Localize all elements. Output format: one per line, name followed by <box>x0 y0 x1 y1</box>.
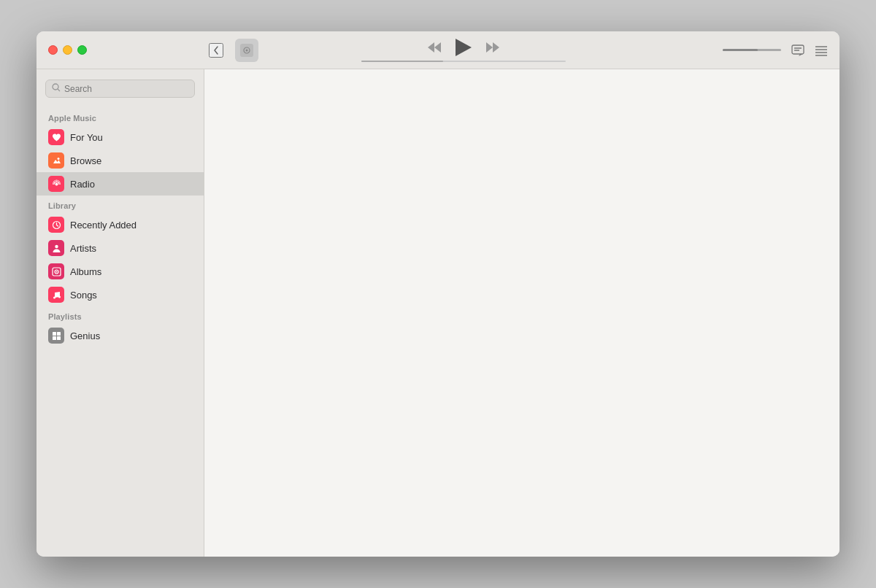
sidebar-item-albums[interactable]: Albums <box>36 260 204 283</box>
songs-icon <box>48 287 64 303</box>
svg-rect-26 <box>53 332 56 336</box>
genius-icon <box>48 328 64 344</box>
svg-rect-8 <box>792 45 804 54</box>
sidebar: Apple Music For You Browse <box>36 69 204 557</box>
sidebar-item-radio[interactable]: Radio <box>36 172 204 196</box>
svg-point-24 <box>53 296 55 298</box>
svg-rect-28 <box>53 336 56 340</box>
browse-icon <box>48 152 64 169</box>
svg-point-20 <box>55 244 58 247</box>
songs-label: Songs <box>70 290 97 301</box>
traffic-lights <box>36 45 204 55</box>
for-you-label: For You <box>70 132 103 143</box>
sidebar-item-browse[interactable]: Browse <box>36 149 204 172</box>
artists-label: Artists <box>70 243 96 254</box>
svg-marker-3 <box>428 42 434 53</box>
genius-label: Genius <box>70 330 100 341</box>
transport-section <box>204 39 723 62</box>
svg-marker-5 <box>456 39 472 56</box>
main-content <box>204 69 840 557</box>
svg-point-17 <box>57 158 59 160</box>
sidebar-item-songs[interactable]: Songs <box>36 283 204 306</box>
svg-rect-27 <box>57 332 61 336</box>
lyrics-button[interactable] <box>791 45 804 56</box>
search-input[interactable] <box>64 84 188 94</box>
svg-marker-6 <box>486 42 493 53</box>
close-button[interactable] <box>48 45 58 55</box>
search-icon <box>52 83 61 94</box>
content-area: Apple Music For You Browse <box>36 69 840 557</box>
radio-icon <box>48 176 64 192</box>
radio-label: Radio <box>70 179 95 190</box>
recently-added-icon <box>48 217 64 233</box>
albums-icon <box>48 263 64 279</box>
toolbar-left <box>36 39 204 62</box>
svg-line-16 <box>58 89 60 91</box>
svg-point-18 <box>55 182 58 185</box>
minimize-button[interactable] <box>63 45 72 55</box>
albums-label: Albums <box>70 266 101 277</box>
section-header-library: Library <box>36 196 204 213</box>
volume-fill <box>723 49 758 51</box>
sidebar-item-artists[interactable]: Artists <box>36 236 204 260</box>
svg-marker-7 <box>493 42 499 53</box>
app-window: Apple Music For You Browse <box>36 31 840 557</box>
artists-icon <box>48 240 64 256</box>
svg-point-23 <box>55 271 57 272</box>
sidebar-item-for-you[interactable]: For You <box>36 125 204 149</box>
play-button[interactable] <box>456 39 472 56</box>
browse-label: Browse <box>70 155 101 166</box>
progress-bar[interactable] <box>361 61 566 62</box>
search-box <box>45 80 195 98</box>
forward-button[interactable] <box>486 42 499 53</box>
transport-controls <box>428 39 499 56</box>
sidebar-item-recently-added[interactable]: Recently Added <box>36 213 204 236</box>
sidebar-item-genius[interactable]: Genius <box>36 324 204 347</box>
maximize-button[interactable] <box>77 45 87 55</box>
for-you-icon <box>48 129 64 145</box>
list-view-button[interactable] <box>815 45 828 56</box>
svg-rect-29 <box>57 336 61 340</box>
section-header-apple-music: Apple Music <box>36 108 204 125</box>
toolbar <box>36 31 840 69</box>
rewind-button[interactable] <box>428 42 441 53</box>
svg-point-25 <box>58 295 61 298</box>
volume-slider[interactable] <box>723 49 781 51</box>
progress-fill <box>361 61 443 62</box>
section-header-playlists: Playlists <box>36 306 204 324</box>
svg-marker-4 <box>434 42 441 53</box>
svg-point-15 <box>53 84 58 90</box>
recently-added-label: Recently Added <box>70 220 137 231</box>
toolbar-right <box>723 45 840 56</box>
